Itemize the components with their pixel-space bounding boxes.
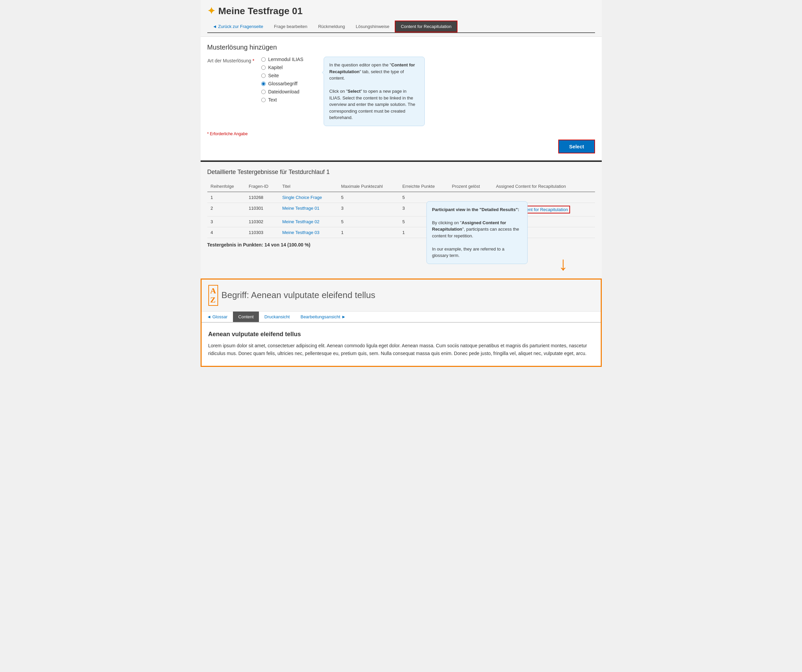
col-prozent: Prozent gelöst	[449, 181, 493, 192]
required-note: * Erforderliche Angabe	[207, 131, 595, 136]
col-fragen-id: Fragen-ID	[246, 181, 279, 192]
glossar-az-icon: AZ	[209, 285, 218, 306]
tab-content-active[interactable]: Content	[233, 312, 259, 322]
radio-kapitel[interactable]: Kapitel	[261, 65, 303, 70]
tab-content-recapitulation[interactable]: Content for Recapitulation	[395, 21, 458, 32]
glossar-tabs: ◄ Glossar Content Druckansicht Bearbeitu…	[202, 312, 601, 323]
results-table: Reihenfolge Fragen-ID Titel Maximale Pun…	[207, 181, 595, 238]
radio-text[interactable]: Text	[261, 97, 303, 102]
col-max-punkte: Maximale Punktezahl	[338, 181, 399, 192]
radio-glossarbegriff[interactable]: Glossarbegriff	[261, 81, 303, 86]
tab-edit-question[interactable]: Frage bearbeiten	[269, 21, 313, 32]
tab-glossar[interactable]: ◄ Glossar	[202, 312, 233, 322]
row3-title-link[interactable]: Meine Testfrage 02	[282, 219, 319, 224]
glossar-section: AZ Begriff: Aenean vulputate eleifend te…	[200, 279, 602, 367]
table-footer: Testergebnis in Punkten: 14 von 14 (100.…	[207, 242, 595, 248]
col-erreichte-punkte: Erreichte Punkte	[399, 181, 449, 192]
tooltip-participant-view: Participant view in the "Detailed Result…	[427, 201, 527, 264]
tooltip-content-recapitulation: In the question editor open the "Content…	[323, 57, 425, 126]
results-table-container: Reihenfolge Fragen-ID Titel Maximale Pun…	[207, 181, 595, 238]
col-titel: Titel	[279, 181, 338, 192]
mustersolution-section: Musterlösung hinzügen Art der Musterlösu…	[200, 37, 602, 160]
row4-title-link[interactable]: Meine Testfrage 03	[282, 230, 319, 235]
form-label: Art der Musterlösung *	[207, 57, 254, 63]
tab-bearbeitungsansicht[interactable]: Bearbeitungsansicht ►	[295, 312, 351, 322]
results-wrapper: Detaillierte Testergebnisse für Testdurc…	[200, 160, 602, 279]
table-row: 1 110268 Single Choice Frage 5 5	[207, 192, 595, 203]
table-row: 2 110301 Meine Testfrage 01 3 3 Assigned…	[207, 202, 595, 216]
radio-seite[interactable]: Seite	[261, 73, 303, 78]
back-tab[interactable]: ◄ Zurück zur Fragenseite	[207, 21, 269, 32]
page-title: ✦ Meine Testfrage 01	[207, 5, 595, 16]
col-reihenfolge: Reihenfolge	[207, 181, 246, 192]
arrow-container: ↓	[200, 254, 602, 279]
radio-dateidownload[interactable]: Dateidownload	[261, 89, 303, 94]
col-assigned: Assigned Content for Recapitulation	[493, 181, 595, 192]
content-title: Aenean vulputate eleifend tellus	[209, 331, 594, 338]
tab-druckansicht[interactable]: Druckansicht	[259, 312, 295, 322]
required-marker: *	[252, 58, 254, 63]
tab-feedback[interactable]: Rückmeldung	[313, 21, 351, 32]
results-section: Detaillierte Testergebnisse für Testdurc…	[200, 162, 602, 254]
orange-arrow-icon: ↓	[559, 254, 568, 273]
select-button[interactable]: Select	[558, 139, 595, 154]
glossar-header: AZ Begriff: Aenean vulputate eleifend te…	[202, 280, 601, 312]
results-title: Detaillierte Testergebnisse für Testdurc…	[207, 168, 595, 176]
table-row: 4 110303 Meine Testfrage 03 1 1	[207, 227, 595, 238]
nav-tabs: ◄ Zurück zur Fragenseite Frage bearbeite…	[207, 21, 595, 33]
tab-hints[interactable]: Lösungshinweise	[350, 21, 395, 32]
radio-lernmodul[interactable]: Lernmodul ILIAS	[261, 57, 303, 62]
form-row: Art der Musterlösung * Lernmodul ILIAS K…	[207, 57, 595, 126]
puzzle-icon: ✦	[207, 5, 215, 16]
glossar-title: AZ Begriff: Aenean vulputate eleifend te…	[209, 285, 594, 306]
glossar-content: Aenean vulputate eleifend tellus Lorem i…	[202, 323, 601, 366]
content-body: Lorem ipsum dolor sit amet, consectetuer…	[209, 342, 594, 358]
radio-group: Lernmodul ILIAS Kapitel Seite Glossarbeg…	[261, 57, 303, 102]
row2-title-link[interactable]: Meine Testfrage 01	[282, 206, 319, 211]
mustersolution-title: Musterlösung hinzügen	[207, 44, 595, 51]
row1-title-link[interactable]: Single Choice Frage	[282, 195, 322, 200]
table-row: 3 110302 Meine Testfrage 02 5 5	[207, 216, 595, 227]
